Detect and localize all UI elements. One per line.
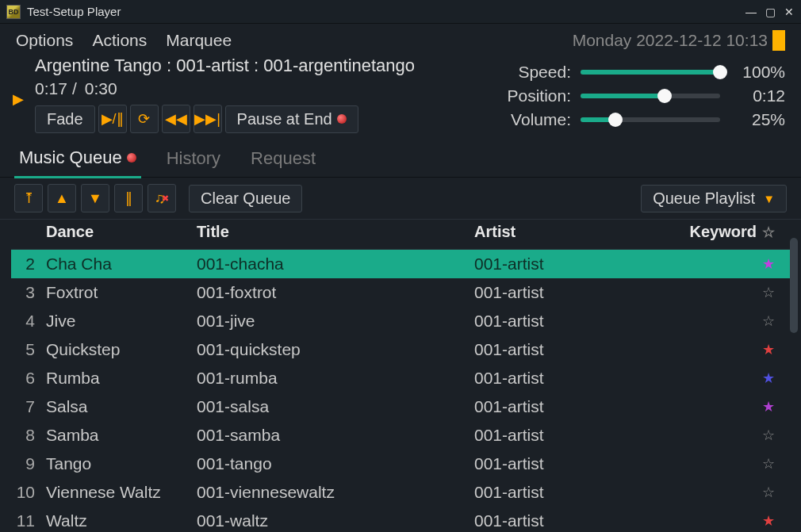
- elapsed-time: 0:17: [35, 79, 67, 98]
- row-title: 001-salsa: [197, 397, 474, 416]
- row-artist: 001-artist: [474, 397, 673, 416]
- tabs: Music Queue History Request: [0, 140, 801, 178]
- volume-value: 25%: [730, 110, 785, 129]
- row-dance: Tango: [46, 454, 197, 473]
- row-number: 7: [11, 397, 46, 416]
- row-number: 6: [11, 369, 46, 388]
- table-row[interactable]: 11Waltz001-waltz001-artist★: [11, 507, 796, 532]
- titlebar: BD Test-Setup Player — ▢ ✕: [0, 0, 801, 24]
- music-queue-indicator-icon: [127, 153, 136, 163]
- queue-playlist-button[interactable]: Queue Playlist ▼: [641, 185, 787, 212]
- col-dance[interactable]: Dance: [46, 223, 197, 241]
- favorite-star-icon[interactable]: ☆: [757, 427, 780, 444]
- total-time: 0:30: [85, 79, 117, 98]
- status-led: [772, 30, 785, 51]
- table-row[interactable]: 6Rumba001-rumba001-artist★: [11, 364, 796, 392]
- table-row[interactable]: 7Salsa001-salsa001-artist★: [11, 392, 796, 421]
- menu-marquee[interactable]: Marquee: [166, 31, 232, 50]
- row-title: 001-samba: [197, 426, 474, 445]
- row-title: 001-foxtrot: [197, 283, 474, 302]
- row-dance: Rumba: [46, 369, 197, 388]
- window-title: Test-Setup Player: [27, 5, 738, 18]
- prev-track-button[interactable]: ◀◀: [162, 105, 190, 133]
- pause-at-end-indicator-icon: [337, 114, 347, 124]
- next-track-button[interactable]: ▶▶|: [194, 105, 222, 133]
- volume-slider-row: Volume: 25%: [500, 110, 785, 129]
- col-artist[interactable]: Artist: [474, 223, 673, 241]
- position-slider[interactable]: [581, 94, 720, 98]
- menu-options[interactable]: Options: [16, 31, 73, 50]
- row-title: 001-jive: [197, 312, 474, 331]
- table-row[interactable]: 2Cha Cha001-chacha001-artist★: [11, 250, 796, 278]
- row-artist: 001-artist: [474, 312, 673, 331]
- app-icon: BD: [6, 5, 21, 19]
- datetime-label: Monday 2022-12-12 10:13: [573, 31, 768, 50]
- table-row[interactable]: 8Samba001-samba001-artist☆: [11, 421, 796, 450]
- row-number: 9: [11, 454, 46, 473]
- menu-actions[interactable]: Actions: [92, 31, 147, 50]
- row-number: 11: [11, 511, 46, 530]
- tab-music-queue[interactable]: Music Queue: [14, 144, 141, 178]
- row-dance: Quickstep: [46, 340, 197, 359]
- tab-history[interactable]: History: [162, 145, 225, 177]
- repeat-button[interactable]: ⟳: [130, 105, 159, 133]
- row-artist: 001-artist: [474, 340, 673, 359]
- move-top-button[interactable]: ⤒: [14, 184, 43, 212]
- favorite-star-icon[interactable]: ☆: [757, 484, 780, 501]
- move-down-button[interactable]: ▼: [81, 184, 109, 212]
- tab-request[interactable]: Request: [246, 145, 320, 177]
- time-row: 0:17 / 0:30: [35, 76, 500, 100]
- col-title[interactable]: Title: [197, 223, 474, 241]
- speed-value: 100%: [730, 63, 785, 82]
- scrollbar[interactable]: [790, 238, 798, 333]
- row-artist: 001-artist: [474, 283, 673, 302]
- favorite-star-icon[interactable]: ☆: [757, 284, 780, 301]
- favorite-star-icon[interactable]: ★: [757, 255, 780, 273]
- row-number: 4: [11, 312, 46, 331]
- nowplaying-row: ▶ Argentine Tango : 001-artist : 001-arg…: [0, 54, 801, 140]
- remove-button[interactable]: ♫✖: [148, 184, 176, 212]
- row-artist: 001-artist: [474, 426, 673, 445]
- row-title: 001-chacha: [197, 255, 474, 274]
- play-pause-button[interactable]: ▶/‖: [98, 105, 127, 133]
- table-row[interactable]: 10Viennese Waltz001-viennesewaltz001-art…: [11, 478, 796, 507]
- favorite-star-icon[interactable]: ★: [757, 341, 780, 358]
- table-row[interactable]: 9Tango001-tango001-artist☆: [11, 450, 796, 478]
- pause-at-end-button[interactable]: Pause at End: [225, 105, 358, 133]
- table-row[interactable]: 3Foxtrot001-foxtrot001-artist☆: [11, 278, 796, 307]
- row-number: 5: [11, 340, 46, 359]
- row-number: 2: [11, 255, 46, 274]
- favorite-star-icon[interactable]: ★: [757, 369, 780, 387]
- row-title: 001-waltz: [197, 511, 474, 530]
- favorite-star-icon[interactable]: ★: [757, 512, 780, 530]
- toggle-pause-button[interactable]: ‖: [114, 184, 143, 212]
- close-button[interactable]: ✕: [784, 6, 795, 18]
- row-title: 001-tango: [197, 454, 474, 473]
- menubar: Options Actions Marquee Monday 2022-12-1…: [0, 24, 801, 54]
- sliders-panel: Speed: 100% Position: 0:12 Volume: 25%: [500, 63, 785, 129]
- row-title: 001-rumba: [197, 369, 474, 388]
- speed-slider[interactable]: [581, 70, 720, 75]
- play-indicator-icon: ▶: [13, 90, 24, 108]
- row-artist: 001-artist: [474, 483, 673, 502]
- move-up-button[interactable]: ▲: [48, 184, 76, 212]
- clear-queue-button[interactable]: Clear Queue: [189, 185, 302, 212]
- minimize-button[interactable]: —: [745, 6, 757, 18]
- row-dance: Foxtrot: [46, 283, 197, 302]
- queue-header-row: Dance Title Artist Keyword ☆: [11, 220, 796, 250]
- col-keyword[interactable]: Keyword: [673, 223, 757, 241]
- nowplaying-title: Argentine Tango : 001-artist : 001-argen…: [35, 55, 500, 76]
- fade-button[interactable]: Fade: [35, 105, 95, 133]
- favorite-star-icon[interactable]: ★: [757, 398, 780, 415]
- favorite-star-icon[interactable]: ☆: [757, 455, 780, 473]
- table-row[interactable]: 4Jive001-jive001-artist☆: [11, 307, 796, 335]
- volume-slider[interactable]: [581, 117, 720, 122]
- speed-label: Speed:: [500, 63, 571, 82]
- col-favorite-icon[interactable]: ☆: [757, 224, 780, 241]
- maximize-button[interactable]: ▢: [765, 6, 776, 18]
- position-slider-row: Position: 0:12: [500, 86, 785, 105]
- row-title: 001-quickstep: [197, 340, 474, 359]
- table-row[interactable]: 5Quickstep001-quickstep001-artist★: [11, 335, 796, 364]
- favorite-star-icon[interactable]: ☆: [757, 312, 780, 330]
- row-artist: 001-artist: [474, 369, 673, 388]
